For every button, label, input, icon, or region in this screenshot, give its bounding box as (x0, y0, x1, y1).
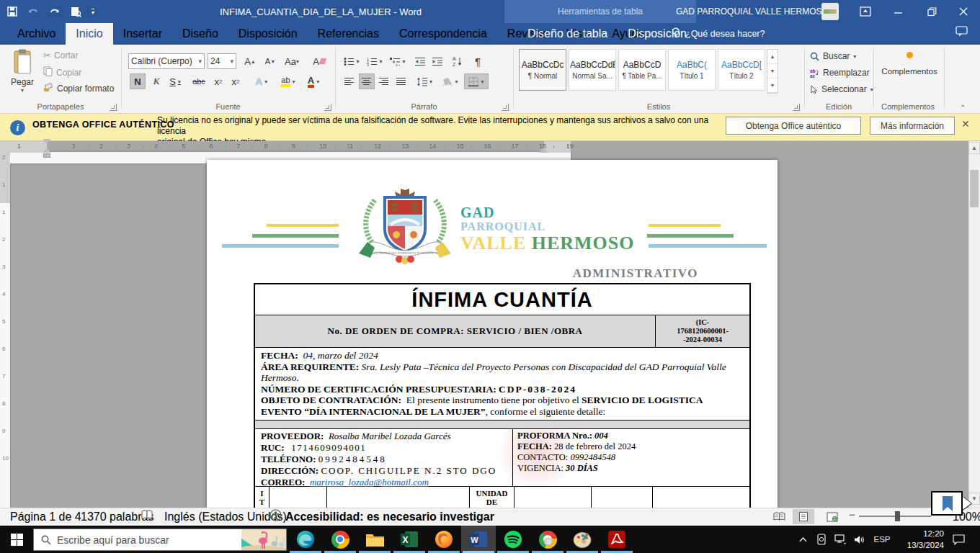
strikethrough-button[interactable]: abc (189, 73, 209, 89)
change-case-button[interactable]: Aa▾ (284, 53, 300, 69)
taskbar-explorer[interactable] (357, 526, 392, 553)
minimize-button[interactable] (882, 0, 915, 23)
italic-button[interactable]: K (148, 73, 164, 89)
tray-phone-icon[interactable] (813, 526, 830, 553)
text-effects-button[interactable]: A▾ (251, 73, 272, 89)
taskbar-edge[interactable] (288, 526, 323, 553)
save-icon[interactable] (7, 6, 17, 17)
hanging-indent-marker[interactable] (43, 148, 51, 153)
redo-icon[interactable] (49, 7, 61, 17)
style-table-pa[interactable]: AaBbCcD¶ Table Pa... (618, 49, 666, 91)
tray-volume-icon[interactable] (850, 526, 868, 553)
align-center-button[interactable] (359, 73, 375, 89)
tab-correspondencia[interactable]: Correspondencia (389, 23, 497, 45)
tell-me-box[interactable]: ¿Qué desea hacer? (672, 23, 765, 45)
tab-inicio[interactable]: Inicio (66, 23, 112, 45)
right-indent-marker[interactable] (539, 148, 548, 153)
collapse-ribbon-icon[interactable]: ⌃ (960, 104, 966, 112)
taskbar-paint[interactable] (565, 526, 600, 553)
select-button[interactable]: Seleccionar▾ (810, 84, 873, 94)
addins-button[interactable]: Complementos (878, 52, 941, 76)
undo-icon[interactable] (27, 7, 39, 17)
copy-button[interactable]: Copiar (43, 66, 81, 78)
font-size-combo[interactable]: 24▾ (208, 53, 236, 69)
correo-link[interactable]: marirosa_lozada@hotmail.com (310, 477, 429, 487)
taskbar-excel[interactable]: X (392, 526, 427, 553)
qat-customize-icon[interactable]: ▾ (92, 9, 94, 15)
infima-cuantia-table[interactable]: ÍNFIMA CUANTÍA No. DE ORDEN DE COMPRA: S… (254, 283, 751, 508)
read-mode-button[interactable] (768, 509, 790, 524)
tab-disposicion[interactable]: Disposición (228, 23, 308, 45)
tab-diseno-de-tabla[interactable]: Diseño de tabla (517, 23, 618, 45)
tray-clock[interactable]: 12:20 13/3/2024 (902, 528, 944, 551)
line-spacing-button[interactable]: ▾ (414, 73, 435, 89)
borders-button[interactable]: ▾ (464, 73, 489, 89)
get-office-button[interactable]: Obtenga Office auténtico (726, 117, 861, 135)
account-avatar[interactable] (821, 3, 839, 20)
accessibility-status[interactable]: Accesibilidad: es necesario investigar (285, 511, 494, 523)
left-indent-marker[interactable] (43, 153, 50, 158)
pilcrow-button[interactable]: ¶ (470, 53, 486, 69)
increase-indent-button[interactable] (429, 53, 445, 69)
language-indicator[interactable]: Inglés (Estados Unidos) (164, 511, 287, 523)
numbering-button[interactable]: 123▾ (365, 53, 385, 69)
align-left-button[interactable] (342, 73, 357, 89)
page-indicator[interactable]: Página 1 de 4 (10, 511, 81, 523)
multilevel-list-button[interactable]: ▾ (388, 53, 408, 69)
zoom-out-icon[interactable]: − (849, 508, 855, 521)
shading-button[interactable]: ▾ (440, 73, 461, 89)
web-layout-button[interactable] (821, 509, 843, 524)
paste-button[interactable]: Pegar ▾ (6, 49, 39, 94)
taskbar-search[interactable]: Escribe aquí para buscar (33, 529, 287, 551)
decrease-indent-button[interactable] (412, 53, 428, 69)
styles-dialog-launcher[interactable] (793, 104, 800, 111)
styles-gallery-scroll[interactable]: ▲▼▼ (767, 49, 778, 94)
tray-language[interactable]: ESP (870, 526, 894, 553)
more-info-button[interactable]: Más información (870, 117, 955, 135)
document-page[interactable]: VALLE HERMOSO TURISTICO Y PRODUCTIVO GAD… (207, 160, 778, 508)
taskbar-acrobat[interactable] (600, 526, 634, 553)
replace-button[interactable]: abacReemplazar (810, 68, 870, 78)
taskbar-spotify[interactable] (496, 526, 530, 553)
format-painter-button[interactable]: Copiar formato (43, 82, 114, 94)
start-button[interactable] (0, 526, 33, 553)
proofing-icon[interactable] (141, 510, 153, 523)
account-name[interactable]: GAD PARROQUIAL VALLE HERMOSO (676, 0, 829, 23)
first-line-indent-marker[interactable] (43, 139, 51, 144)
scrollbar-thumb[interactable] (970, 170, 979, 207)
find-button[interactable]: Buscar▾ (810, 51, 856, 61)
feedback-comment-icon[interactable] (956, 26, 968, 40)
font-dialog-launcher[interactable] (324, 104, 331, 111)
tab-archivo[interactable]: Archivo (7, 23, 66, 45)
license-close-icon[interactable]: ✕ (961, 118, 970, 130)
clear-formatting-button[interactable]: A (311, 53, 327, 69)
style-normal[interactable]: AaBbCcDc¶ Normal (519, 49, 566, 91)
scroll-up-icon[interactable]: ▲ (968, 142, 980, 154)
align-right-button[interactable] (376, 73, 392, 89)
tab-referencias[interactable]: Referencias (308, 23, 389, 45)
taskbar-firefox[interactable] (427, 526, 461, 553)
sort-button[interactable]: AZ (450, 53, 467, 69)
shrink-font-button[interactable]: A▼ (262, 53, 278, 69)
taskbar-chrome-profile[interactable] (530, 526, 565, 553)
taskbar-word[interactable]: W (461, 526, 496, 553)
accessibility-icon[interactable] (270, 509, 282, 524)
style-titulo-1[interactable]: AaBbC(Título 1 (668, 49, 716, 91)
tab-insertar[interactable]: Insertar (113, 23, 172, 45)
bullets-button[interactable]: ▾ (342, 53, 362, 69)
underline-button[interactable]: S▾ (164, 73, 186, 89)
close-button[interactable] (947, 0, 980, 23)
justify-button[interactable] (393, 73, 409, 89)
bold-button[interactable]: N (130, 73, 146, 89)
highlight-button[interactable]: ab▾ (277, 73, 300, 89)
tray-chevron-icon[interactable] (794, 526, 811, 553)
action-center-icon[interactable] (948, 526, 968, 553)
tray-network-icon[interactable] (832, 526, 849, 553)
font-color-button[interactable]: A▾ (303, 73, 324, 89)
zoom-slider-handle[interactable] (895, 511, 900, 521)
cut-button[interactable]: ✂Cortar (43, 50, 78, 60)
tab-diseno[interactable]: Diseño (172, 23, 228, 45)
paste-dropdown-icon[interactable]: ▾ (21, 87, 24, 94)
vertical-ruler[interactable]: 2112345678910 (0, 163, 10, 508)
style-titulo-2[interactable]: AaBbCcD[Título 2 (718, 49, 765, 91)
